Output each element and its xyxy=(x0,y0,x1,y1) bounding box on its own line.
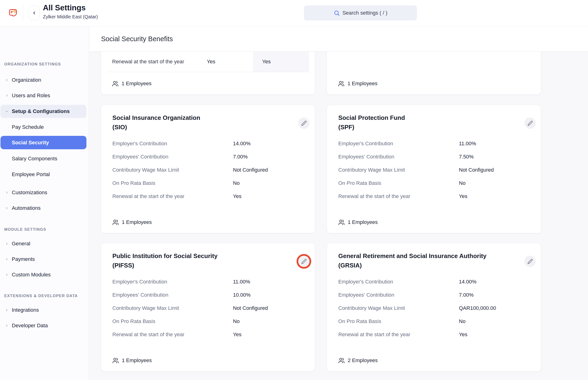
payroll-logo-icon xyxy=(8,8,19,18)
card-title: Public Institution for Social Security (… xyxy=(112,251,284,270)
card-spf: Social Protection Fund (SPF) Employer's … xyxy=(327,105,541,233)
page-title: Social Security Benefits xyxy=(101,35,173,43)
comparison-row: Renewal at the start of the year Yes Yes xyxy=(101,52,315,72)
app-header: All Settings Zylker Middle East (Qatar) … xyxy=(0,0,588,26)
detail-rows: Employer's Contribution14.00% Employees'… xyxy=(338,275,530,341)
users-icon xyxy=(112,357,119,364)
sidebar-item-social-security[interactable]: Social Security xyxy=(0,136,86,149)
divider xyxy=(108,72,309,72)
pencil-icon xyxy=(301,259,307,264)
pencil-icon xyxy=(528,121,533,126)
sidebar-item-setup-configurations[interactable]: Setup & Configurations xyxy=(0,105,86,118)
settings-sidebar: ORGANIZATION SETTINGS Organization Users… xyxy=(0,26,89,380)
chevron-right-icon xyxy=(5,273,9,277)
employees-count: 1 Employees xyxy=(338,217,378,228)
sidebar-item-pay-schedule[interactable]: Pay Schedule xyxy=(0,122,86,133)
users-icon xyxy=(338,357,345,364)
search-placeholder: Search settings ( / ) xyxy=(343,10,388,16)
users-icon xyxy=(112,80,118,87)
users-icon xyxy=(338,80,344,87)
sidebar-item-users-and-roles[interactable]: Users and Roles xyxy=(0,90,86,101)
employees-count: 1 Employees xyxy=(112,217,152,228)
edit-button[interactable] xyxy=(298,256,310,267)
sidebar-item-salary-components[interactable]: Salary Components xyxy=(0,153,86,164)
users-icon xyxy=(112,219,119,226)
sidebar-item-developer-data[interactable]: Developer Data xyxy=(0,320,86,331)
card-title: Social Protection Fund (SPF) xyxy=(338,113,510,132)
employees-count: 2 Employees xyxy=(338,355,378,366)
edit-button[interactable] xyxy=(524,117,536,129)
sidebar-item-customizations[interactable]: Customizations xyxy=(0,187,86,198)
card-partial-left: Renewal at the start of the year Yes Yes… xyxy=(101,52,315,95)
all-settings-title: All Settings xyxy=(43,3,86,12)
pencil-icon xyxy=(528,259,533,264)
cards-area: Renewal at the start of the year Yes Yes… xyxy=(89,52,588,380)
card-title: Social Insurance Organization (SIO) xyxy=(112,113,284,132)
employees-count: 1 Employees xyxy=(112,355,152,366)
pencil-icon xyxy=(301,121,307,126)
chevron-right-icon xyxy=(5,324,9,327)
chevron-right-icon xyxy=(5,206,9,210)
section-heading-organization-settings: ORGANIZATION SETTINGS xyxy=(4,61,61,67)
card-pifss: Public Institution for Social Security (… xyxy=(101,243,315,372)
chevron-right-icon xyxy=(5,242,9,246)
employees-count: 1 Employees xyxy=(112,78,152,89)
users-icon xyxy=(338,219,345,226)
chevron-right-icon xyxy=(5,191,9,194)
edit-button[interactable] xyxy=(298,117,310,129)
sidebar-item-custom-modules[interactable]: Custom Modules xyxy=(0,269,86,280)
card-title: General Retirement and Social Insurance … xyxy=(338,251,510,270)
sidebar-item-general[interactable]: General xyxy=(0,238,86,249)
card-sio: Social Insurance Organization (SIO) Empl… xyxy=(101,105,315,233)
section-heading-module-settings: MODULE SETTINGS xyxy=(4,227,46,232)
edit-button[interactable] xyxy=(524,256,536,267)
settings-search[interactable]: Search settings ( / ) xyxy=(304,5,417,20)
card-grsia: General Retirement and Social Insurance … xyxy=(327,243,541,372)
chevron-right-icon xyxy=(5,94,9,97)
detail-rows: Employer's Contribution14.00% Employees'… xyxy=(112,137,304,203)
detail-rows: Employer's Contribution11.00% Employees'… xyxy=(338,137,530,203)
section-heading-extensions-developer-data: EXTENSIONS & DEVELOPER DATA xyxy=(4,293,78,299)
sidebar-item-integrations[interactable]: Integrations xyxy=(0,305,86,316)
back-button[interactable] xyxy=(29,5,39,20)
chevron-right-icon xyxy=(5,78,9,82)
organization-subtitle: Zylker Middle East (Qatar) xyxy=(43,14,98,19)
sidebar-item-employee-portal[interactable]: Employee Portal xyxy=(0,169,86,180)
detail-rows: Employer's Contribution11.00% Employees'… xyxy=(112,275,304,341)
chevron-left-icon xyxy=(32,11,37,15)
sidebar-item-organization[interactable]: Organization xyxy=(0,75,86,85)
employees-count: 1 Employees xyxy=(338,78,377,89)
sidebar-item-payments[interactable]: Payments xyxy=(0,254,86,265)
chevron-right-icon xyxy=(5,308,9,312)
sidebar-item-automations[interactable]: Automations xyxy=(0,203,86,213)
page-title-bar: Social Security Benefits xyxy=(89,26,588,52)
chevron-right-icon xyxy=(5,257,9,261)
chevron-down-icon xyxy=(5,110,9,113)
search-icon xyxy=(333,10,340,16)
card-partial-right: 1 Employees xyxy=(327,52,541,95)
header-divider xyxy=(23,5,23,21)
